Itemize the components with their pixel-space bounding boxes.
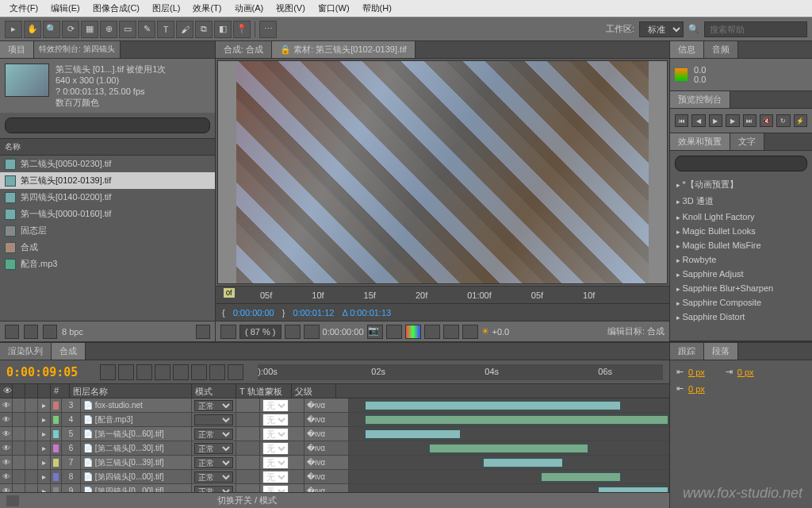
new-comp-icon[interactable] — [43, 325, 57, 339]
tab-preview[interactable]: 预览控制台 — [670, 91, 730, 108]
tab-effects[interactable]: 效果和预置 — [670, 133, 730, 150]
search-help-input[interactable] — [704, 21, 807, 37]
tl-btn-8[interactable] — [228, 364, 243, 380]
next-frame-icon[interactable]: ▶ — [726, 114, 739, 127]
eye-icon[interactable]: 👁 — [0, 413, 13, 426]
effect-category[interactable]: 3D 通道 — [670, 193, 812, 210]
tl-btn-2[interactable] — [118, 364, 134, 380]
project-list[interactable]: 第二镜头[0050-0230].tif第三镜头[0102-0139].tif第四… — [0, 156, 215, 321]
always-preview-icon[interactable] — [220, 325, 236, 339]
menu-window[interactable]: 窗口(W) — [312, 1, 356, 16]
eye-icon[interactable]: 👁 — [0, 456, 13, 469]
tab-source-viewer[interactable]: 🔒 素材: 第三镜头[0102-0139].tif — [272, 41, 416, 58]
time-ruler[interactable]: ):00s02s04s06s — [258, 364, 663, 380]
delete-icon[interactable] — [196, 325, 210, 339]
project-item[interactable]: 固态层 — [0, 222, 215, 239]
viewer-timecode[interactable]: 0:00:00:00 — [323, 327, 364, 337]
grid-icon[interactable] — [285, 325, 301, 339]
tab-tracker[interactable]: 跟踪 — [670, 343, 704, 360]
project-item[interactable]: 第四镜头[0140-0200].tif — [0, 189, 215, 206]
project-search-input[interactable] — [5, 117, 210, 133]
eye-icon[interactable]: 👁 — [0, 470, 13, 483]
effect-category[interactable]: Sapphire Distort — [670, 310, 812, 324]
first-frame-icon[interactable]: ⏮ — [675, 114, 688, 127]
exposure-icon[interactable]: ☀ — [481, 326, 489, 337]
layer-row[interactable]: 👁▸4📄 [配音.mp3]无�ινα — [0, 413, 669, 427]
layer-row[interactable]: 👁▸8📄 [第四镜头[0...00].tif]正常无�ινα — [0, 470, 669, 484]
layer-list[interactable]: 👁▸3📄 fox-studio.net正常无�ινα👁▸4📄 [配音.mp3]无… — [0, 398, 669, 492]
effect-category[interactable]: Sapphire Blur+Sharpen — [670, 281, 812, 295]
effects-list[interactable]: *【动画预置】3D 通道Knoll Light FactoryMagic Bul… — [670, 176, 812, 324]
zoom-tool-icon[interactable]: 🔍 — [43, 21, 60, 38]
effect-category[interactable]: Rowbyte — [670, 252, 812, 267]
tab-audio[interactable]: 音频 — [704, 41, 738, 58]
rect-tool-icon[interactable]: ▭ — [119, 21, 136, 38]
toggle-switches-icon[interactable] — [6, 495, 19, 506]
rotate-tool-icon[interactable]: ⟳ — [62, 21, 79, 38]
menu-edit[interactable]: 编辑(E) — [44, 1, 86, 16]
hand-tool-icon[interactable]: ✋ — [24, 21, 41, 38]
effect-category[interactable]: Magic Bullet MisFire — [670, 238, 812, 252]
tl-btn-3[interactable] — [136, 364, 152, 380]
layer-row[interactable]: 👁▸5📄 [第一镜头[0...60].tif]正常无�ινα — [0, 427, 669, 441]
indent-right-icon[interactable]: ⇥ — [726, 367, 733, 377]
tab-effect-controls[interactable]: 特效控制台: 第四镜头 — [34, 41, 121, 58]
out-timecode[interactable]: 0:00:01:12 — [293, 308, 334, 318]
text-tool-icon[interactable]: T — [157, 21, 174, 38]
eye-icon[interactable]: 👁 — [0, 484, 13, 492]
play-icon[interactable]: ▶ — [709, 114, 722, 127]
res-icon[interactable] — [424, 325, 440, 339]
interpret-footage-icon[interactable] — [5, 325, 19, 339]
project-item[interactable]: 第一镜头[0000-0160].tif — [0, 206, 215, 222]
tab-project[interactable]: 项目 — [0, 41, 34, 58]
project-column-name[interactable]: 名称 — [0, 138, 215, 156]
layer-row[interactable]: 👁▸7📄 [第三镜头[0...39].tif]正常无�ινα — [0, 456, 669, 470]
eye-icon[interactable]: 👁 — [0, 427, 13, 441]
exposure-value[interactable]: +0.0 — [492, 327, 510, 337]
selection-tool-icon[interactable]: ▸ — [5, 21, 22, 38]
mini-timeline[interactable]: 0f 05f10f15f20f01:00f05f10f — [216, 286, 669, 303]
ram-preview-icon[interactable]: ⚡ — [794, 114, 807, 127]
project-item[interactable]: 合成 — [0, 239, 215, 256]
transparency-icon[interactable] — [462, 325, 478, 339]
loop-icon[interactable]: ↻ — [776, 114, 790, 127]
tab-comp-viewer[interactable]: 合成: 合成 — [216, 41, 272, 58]
pin-tool-icon[interactable]: 📍 — [233, 21, 251, 38]
menu-file[interactable]: 文件(F) — [3, 1, 44, 16]
effect-category[interactable]: Magic Bullet Looks — [670, 224, 812, 238]
tab-comp-timeline[interactable]: 合成 — [52, 343, 86, 360]
indent-right-value[interactable]: 0 px — [737, 368, 754, 377]
menu-layer[interactable]: 图层(L) — [146, 1, 186, 16]
zoom-percent[interactable]: ( 87 % ) — [239, 325, 282, 339]
effect-category[interactable]: Knoll Light Factory — [670, 210, 812, 224]
region-icon[interactable] — [443, 325, 459, 339]
eye-icon[interactable]: 👁 — [0, 441, 13, 455]
tl-btn-6[interactable] — [191, 364, 207, 380]
toggle-switches-label[interactable]: 切换开关 / 模式 — [217, 495, 277, 506]
layer-row[interactable]: 👁▸9📄 [第四镜头[0...00].tif]正常无�ινα — [0, 484, 669, 492]
bpc-label[interactable]: 8 bpc — [62, 327, 83, 337]
tab-info[interactable]: 信息 — [670, 41, 704, 58]
indent-first-value[interactable]: 0 px — [688, 384, 705, 394]
extra-tool-icon[interactable]: ⋯ — [259, 21, 277, 38]
in-timecode[interactable]: 0:00:00:00 — [233, 308, 274, 318]
cti-marker[interactable]: 0f — [224, 288, 235, 298]
tl-btn-7[interactable] — [209, 364, 225, 380]
prev-frame-icon[interactable]: ◀ — [691, 114, 705, 127]
menu-view[interactable]: 视图(V) — [270, 1, 312, 16]
channel-icon[interactable] — [386, 325, 402, 339]
effects-search-input[interactable] — [675, 156, 807, 171]
rgb-icon[interactable] — [405, 325, 421, 339]
indent-first-icon[interactable]: ⇤ — [676, 383, 684, 394]
menu-effect[interactable]: 效果(T) — [186, 1, 228, 16]
tab-text[interactable]: 文字 — [730, 133, 764, 150]
layer-row[interactable]: 👁▸6📄 [第二镜头[0...30].tif]正常无�ινα — [0, 441, 669, 456]
tl-btn-1[interactable] — [100, 364, 116, 380]
tl-btn-5[interactable] — [173, 364, 189, 380]
effect-category[interactable]: Sapphire Composite — [670, 295, 812, 310]
eraser-tool-icon[interactable]: ◧ — [214, 21, 232, 38]
last-frame-icon[interactable]: ⏭ — [743, 114, 756, 127]
layer-row[interactable]: 👁▸3📄 fox-studio.net正常无�ινα — [0, 398, 669, 413]
pen-tool-icon[interactable]: ✎ — [138, 21, 155, 38]
indent-left-icon[interactable]: ⇤ — [676, 367, 684, 377]
